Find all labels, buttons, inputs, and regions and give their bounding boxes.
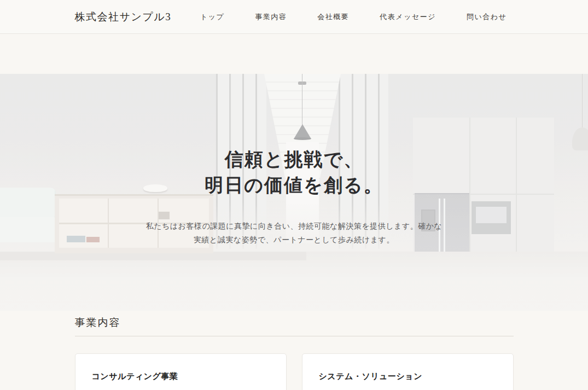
business-card-consulting: コンサルティング事業 経営戦略・業務改革・人材育成など、企業の成長を支え [75, 353, 287, 390]
section-title-business: 事業内容 [75, 316, 514, 336]
header-inner: 株式会社サンプル3 トップ 事業内容 会社概要 代表メッセージ 問い合わせ [75, 10, 514, 24]
nav-item-contact[interactable]: 問い合わせ [467, 12, 507, 22]
hero-headline-line2: 明日の価値を創る。 [205, 175, 383, 195]
hero-headline-line1: 信頼と挑戦で、 [225, 149, 364, 170]
business-card-system: システム・ソリューション 業務効率化やデジタル化に必要なシステム設計・開発・ [302, 353, 514, 390]
page: 株式会社サンプル3 トップ 事業内容 会社概要 代表メッセージ 問い合わせ [0, 0, 588, 390]
nav-item-message[interactable]: 代表メッセージ [380, 12, 436, 22]
site-logo[interactable]: 株式会社サンプル3 [75, 10, 172, 24]
hero-description: 私たちはお客様の課題に真摯に向き合い、持続可能な解決策を提供します。確かな実績と… [145, 219, 443, 247]
nav-item-company[interactable]: 会社概要 [317, 12, 349, 22]
hero-headline: 信頼と挑戦で、明日の価値を創る。 [0, 147, 588, 199]
hero-section: 信頼と挑戦で、明日の価値を創る。 私たちはお客様の課題に真摯に向き合い、持続可能… [0, 74, 588, 311]
card-title: コンサルティング事業 [92, 371, 270, 382]
main-nav: トップ 事業内容 会社概要 代表メッセージ 問い合わせ [200, 12, 514, 22]
business-section: 事業内容 コンサルティング事業 経営戦略・業務改革・人材育成など、企業の成長を支… [75, 311, 514, 390]
card-title: システム・ソリューション [319, 371, 497, 382]
nav-item-top[interactable]: トップ [200, 12, 224, 22]
hero-content: 信頼と挑戦で、明日の価値を創る。 私たちはお客様の課題に真摯に向き合い、持続可能… [0, 74, 588, 311]
nav-item-business[interactable]: 事業内容 [255, 12, 287, 22]
header-spacer [0, 34, 588, 74]
site-header: 株式会社サンプル3 トップ 事業内容 会社概要 代表メッセージ 問い合わせ [0, 0, 588, 34]
business-cards: コンサルティング事業 経営戦略・業務改革・人材育成など、企業の成長を支え システ… [75, 353, 514, 390]
